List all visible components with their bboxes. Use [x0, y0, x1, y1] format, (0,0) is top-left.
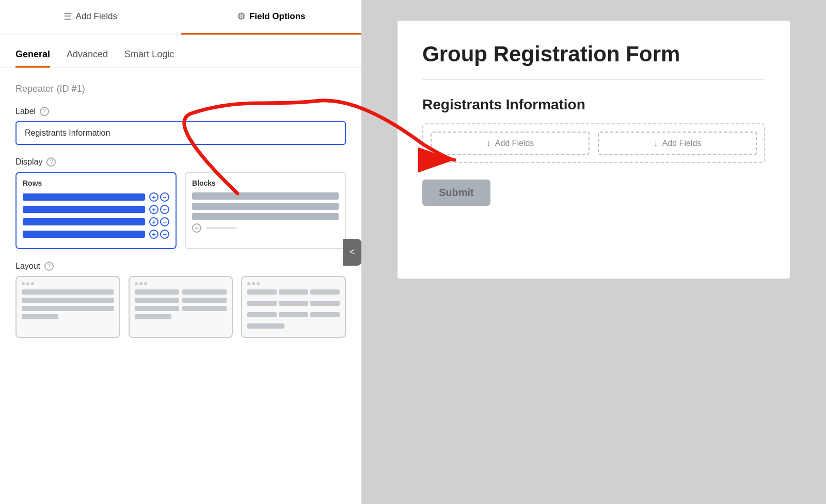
- layout-3col-a2: [279, 289, 308, 295]
- display-rows-card[interactable]: Rows + − + −: [15, 172, 177, 249]
- row-bar-1: [23, 193, 145, 201]
- add-icon-2[interactable]: +: [149, 205, 158, 214]
- display-help-icon[interactable]: ?: [46, 157, 56, 167]
- blocks-label: Blocks: [192, 179, 339, 187]
- layout-help-icon[interactable]: ?: [44, 262, 54, 271]
- block-bar-2: [192, 203, 339, 210]
- form-title: Group Registration Form: [422, 41, 765, 67]
- submit-label: Submit: [439, 187, 474, 198]
- row-icons-1: + −: [149, 192, 169, 202]
- layout-field-group: Layout ?: [15, 262, 346, 338]
- dot-1: [22, 282, 25, 285]
- layout-3col-b1: [247, 301, 277, 306]
- layout-card-1[interactable]: [15, 276, 120, 338]
- layout-card-3[interactable]: [241, 276, 346, 338]
- layout-2col-a1: [135, 289, 179, 295]
- add-fields-label-1: Add Fields: [495, 139, 534, 148]
- blocks-add-icon[interactable]: +: [192, 223, 201, 233]
- layout-two-col-1: [135, 289, 227, 295]
- layout-2col-b1: [135, 298, 179, 303]
- display-label: Display ?: [15, 157, 346, 167]
- layout-2col-a2: [182, 289, 227, 295]
- remove-icon-2[interactable]: −: [160, 205, 169, 214]
- row-1: + −: [23, 192, 169, 202]
- display-blocks-card[interactable]: Blocks +: [185, 172, 346, 249]
- form-preview: Group Registration Form Registrants Info…: [398, 21, 790, 279]
- field-options-icon: ⚙: [237, 11, 245, 22]
- layout-3col-row-1: [247, 289, 340, 298]
- dot-6: [144, 282, 147, 285]
- registrants-section: Registrants Information ↓ Add Fields ↓ A…: [422, 96, 765, 163]
- block-row-3: [192, 213, 339, 220]
- top-tab-bar: ☰ Add Fields ⚙ Field Options: [0, 0, 361, 35]
- dot-2: [26, 282, 29, 285]
- row-4: + −: [23, 230, 169, 239]
- block-row-1: [192, 192, 339, 200]
- block-bar-1: [192, 192, 339, 200]
- row-2: + −: [23, 205, 169, 214]
- registrants-title: Registrants Information: [422, 96, 765, 113]
- label-input[interactable]: [15, 121, 346, 145]
- dot-9: [257, 282, 260, 285]
- dot-8: [252, 282, 255, 285]
- layout-two-col-2: [135, 298, 227, 303]
- add-icon-4[interactable]: +: [149, 230, 158, 239]
- layout-card-2[interactable]: [129, 276, 233, 338]
- layout-line-1a: [22, 289, 114, 295]
- add-fields-button-1[interactable]: ↓ Add Fields: [431, 132, 590, 155]
- blocks-add-row: +: [192, 223, 339, 233]
- add-fields-label-2: Add Fields: [662, 139, 702, 148]
- field-title: Repeater (ID #1): [15, 83, 346, 94]
- add-icon-3[interactable]: +: [149, 217, 158, 226]
- display-options: Rows + − + −: [15, 172, 346, 249]
- layout-small-1: [22, 314, 58, 319]
- tab-add-fields-label: Add Fields: [76, 11, 117, 22]
- tab-add-fields[interactable]: ☰ Add Fields: [0, 0, 181, 35]
- layout-small-2: [135, 314, 171, 319]
- blocks-add-line: [205, 227, 236, 229]
- layout-3col-a3: [310, 289, 340, 295]
- layout-3col-b2: [279, 301, 308, 306]
- tab-field-options-label: Field Options: [249, 11, 306, 22]
- remove-icon-1[interactable]: −: [160, 192, 169, 202]
- add-fields-icon: ☰: [63, 11, 72, 22]
- left-panel: ☰ Add Fields ⚙ Field Options General Adv…: [0, 0, 361, 504]
- row-icons-2: + −: [149, 205, 169, 214]
- layout-3col-b3: [310, 301, 340, 306]
- layout-3col-c2: [279, 312, 308, 317]
- form-divider: [422, 79, 765, 80]
- layout-2col-b2: [182, 298, 227, 303]
- row-bar-3: [23, 218, 145, 225]
- layout-options: [15, 276, 346, 338]
- collapse-panel-button[interactable]: <: [343, 239, 361, 266]
- collapse-icon: <: [350, 247, 355, 257]
- layout-3col-c3: [310, 312, 340, 317]
- remove-icon-4[interactable]: −: [160, 230, 169, 239]
- add-icon-1[interactable]: +: [149, 192, 158, 202]
- submit-button[interactable]: Submit: [422, 180, 490, 206]
- tab-smart-logic[interactable]: Smart Logic: [124, 49, 174, 68]
- layout-label: Layout ?: [15, 262, 346, 271]
- sub-tab-bar: General Advanced Smart Logic: [0, 35, 361, 68]
- add-fields-row: ↓ Add Fields ↓ Add Fields: [422, 123, 765, 163]
- label-field-group: Label ?: [15, 107, 346, 145]
- dot-3: [31, 282, 34, 285]
- tab-smart-logic-label: Smart Logic: [124, 49, 174, 59]
- layout-small-3: [247, 323, 284, 329]
- layout-3col-c1: [247, 312, 277, 317]
- label-help-icon[interactable]: ?: [40, 107, 49, 116]
- layout-3col-row-2: [247, 301, 340, 309]
- dot-5: [139, 282, 142, 285]
- layout-dots-3: [247, 282, 340, 285]
- block-bar-3: [192, 213, 339, 220]
- remove-icon-3[interactable]: −: [160, 217, 169, 226]
- tab-field-options[interactable]: ⚙ Field Options: [181, 0, 362, 35]
- tab-general[interactable]: General: [15, 49, 50, 68]
- dot-7: [247, 282, 250, 285]
- layout-dots-1: [22, 282, 114, 285]
- layout-dots-2: [135, 282, 227, 285]
- add-fields-button-2[interactable]: ↓ Add Fields: [598, 132, 757, 155]
- tab-advanced-label: Advanced: [67, 49, 108, 59]
- tab-advanced[interactable]: Advanced: [67, 49, 108, 68]
- label-field-label: Label ?: [15, 107, 346, 116]
